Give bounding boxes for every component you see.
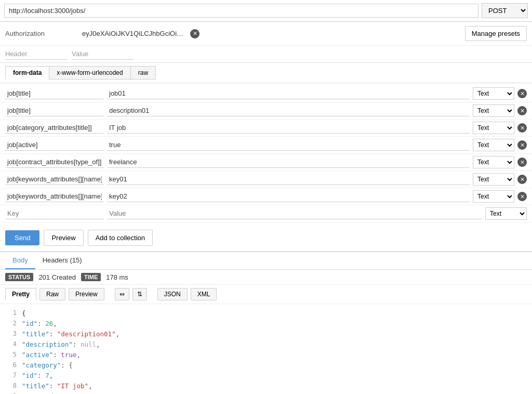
form-row-value-input[interactable]	[107, 122, 470, 134]
form-row-key-input[interactable]	[5, 139, 104, 151]
wrap-icon[interactable]: ⇔	[115, 288, 129, 300]
form-row-type-select[interactable]: TextFile	[473, 156, 514, 168]
body-type-tabs: form-data x-www-form-urlencoded raw	[0, 63, 532, 83]
tab-urlencoded[interactable]: x-www-form-urlencoded	[49, 66, 130, 80]
form-row-remove-button[interactable]: ✕	[517, 140, 527, 150]
format-tab-xml[interactable]: XML	[191, 288, 217, 300]
json-line: 5 "active": true,	[7, 350, 525, 360]
header-row: Header Value	[0, 46, 532, 62]
json-line: 2 "id": 26,	[7, 319, 525, 329]
form-row-key-input[interactable]	[5, 105, 104, 116]
add-to-collection-button[interactable]: Add to collection	[88, 230, 153, 246]
form-row-key-input[interactable]	[5, 156, 104, 168]
url-bar: POST GET PUT PATCH DELETE	[0, 0, 532, 22]
form-fields: TextFile✕TextFile✕TextFile✕TextFile✕Text…	[0, 83, 532, 225]
tab-raw[interactable]: raw	[130, 66, 156, 80]
json-line: 8 "title": "IT job",	[7, 381, 525, 391]
json-line: 9 "created_at": "2016-12-20T16:02:08.848…	[7, 391, 525, 394]
form-row-value-input[interactable]	[107, 139, 470, 151]
form-row-type-select[interactable]: TextFile	[473, 173, 514, 186]
auth-row: Authorization eyJ0eXAiOiJKV1QiLCJhbGciOi…	[0, 22, 532, 46]
manage-presets-button[interactable]: Manage presets	[465, 26, 527, 41]
form-row: TextFile✕	[0, 120, 532, 137]
form-row-value-input[interactable]	[107, 174, 470, 185]
form-row-type-select[interactable]: TextFile	[473, 139, 514, 151]
form-row: TextFile✕	[0, 154, 532, 171]
auth-remove-button[interactable]: ✕	[190, 29, 200, 38]
form-row: TextFile	[0, 205, 532, 222]
response-tabs: Body Headers (15)	[0, 252, 532, 270]
form-row-value-input[interactable]	[107, 191, 470, 202]
form-row-remove-button[interactable]: ✕	[517, 123, 527, 133]
form-row: TextFile✕	[0, 188, 532, 205]
form-row-remove-button[interactable]: ✕	[517, 89, 527, 98]
json-line: 3 "title": "description01",	[7, 329, 525, 339]
form-row-remove-button[interactable]: ✕	[517, 192, 527, 201]
form-row-key-input[interactable]	[5, 174, 104, 185]
form-row-key-input[interactable]	[5, 88, 104, 99]
form-row-remove-button[interactable]: ✕	[517, 106, 527, 115]
tab-body[interactable]: Body	[5, 252, 35, 269]
form-row: TextFile✕	[0, 137, 532, 154]
status-label: STATUS	[5, 273, 33, 281]
time-value: 178 ms	[106, 273, 128, 281]
form-row-key-input[interactable]	[5, 191, 104, 202]
view-tab-preview[interactable]: Preview	[69, 288, 104, 300]
view-tab-pretty[interactable]: Pretty	[5, 288, 36, 300]
json-line: 6 "category": {	[7, 360, 525, 371]
form-row-type-select[interactable]: TextFile	[473, 87, 514, 100]
json-body: 1{2 "id": 26,3 "title": "description01",…	[0, 304, 532, 394]
form-row-remove-button[interactable]: ✕	[517, 157, 527, 167]
tab-form-data[interactable]: form-data	[5, 66, 49, 80]
form-row-value-input[interactable]	[107, 156, 470, 168]
action-buttons: Send Preview Add to collection	[0, 225, 532, 252]
form-row: TextFile✕	[0, 171, 532, 188]
url-input[interactable]	[4, 4, 478, 18]
filter-icon[interactable]: ⇅	[132, 288, 147, 300]
status-bar: STATUS 201 Created TIME 178 ms	[0, 270, 532, 285]
json-line: 7 "id": 7,	[7, 371, 525, 381]
time-label: TIME	[81, 273, 101, 281]
send-button[interactable]: Send	[5, 230, 39, 245]
form-row-value-input[interactable]	[107, 208, 482, 219]
json-line: 1{	[7, 308, 525, 319]
header-key-placeholder: Header	[5, 48, 68, 60]
auth-label: Authorization	[5, 30, 78, 37]
auth-value: eyJ0eXAiOiJKV1QiLCJhbGciOiJIUzI1N	[82, 30, 186, 37]
view-tab-raw[interactable]: Raw	[39, 288, 65, 300]
format-tab-json[interactable]: JSON	[157, 288, 188, 300]
form-row-key-input[interactable]	[5, 122, 104, 134]
form-row-type-select[interactable]: TextFile	[473, 122, 514, 134]
form-row-key-input[interactable]	[5, 208, 104, 219]
form-row-value-input[interactable]	[107, 105, 470, 116]
form-row-type-select[interactable]: TextFile	[485, 207, 527, 220]
header-value-placeholder: Value	[72, 48, 134, 60]
form-row: TextFile✕	[0, 102, 532, 120]
form-row-type-select[interactable]: TextFile	[473, 104, 514, 117]
status-value: 201 Created	[38, 273, 76, 281]
form-row-remove-button[interactable]: ✕	[517, 175, 527, 184]
form-row: TextFile✕	[0, 85, 532, 102]
preview-button[interactable]: Preview	[44, 230, 83, 246]
form-row-value-input[interactable]	[107, 88, 470, 99]
json-line: 4 "description": null,	[7, 339, 525, 350]
form-row-type-select[interactable]: TextFile	[473, 190, 514, 203]
method-select[interactable]: POST GET PUT PATCH DELETE	[482, 3, 528, 18]
view-tabs: Pretty Raw Preview ⇔ ⇅ JSON XML	[0, 285, 532, 304]
tab-headers[interactable]: Headers (15)	[35, 252, 89, 269]
